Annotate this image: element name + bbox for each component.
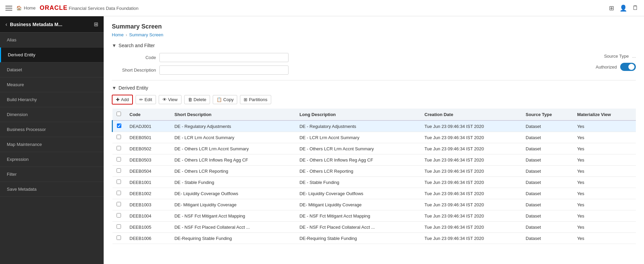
row-long-desc: DE - Others LCR Inflows Reg Agg CF bbox=[295, 154, 420, 166]
oracle-text: ORACLE bbox=[40, 4, 68, 11]
table-row: DEEB0502 DE - Others LCR Lrm Accnt Summa… bbox=[112, 143, 636, 154]
sidebar-item-dataset-label: Dataset bbox=[7, 67, 22, 72]
home-label: Home bbox=[24, 5, 36, 11]
row-creation-date: Tue Jun 23 09:46:34 IST 2020 bbox=[420, 143, 522, 154]
row-source-type: Dataset bbox=[522, 132, 573, 143]
copy-icon: 📋 bbox=[216, 97, 222, 102]
short-desc-input[interactable] bbox=[159, 65, 289, 75]
header-materialize-view: Materialize View bbox=[573, 109, 636, 120]
row-checkbox[interactable] bbox=[117, 146, 121, 150]
row-code[interactable]: DEADJ001 bbox=[125, 120, 170, 132]
add-label: Add bbox=[121, 97, 129, 102]
delete-icon: 🗑 bbox=[188, 97, 192, 102]
sidebar-item-alias-label: Alias bbox=[7, 37, 16, 42]
row-code[interactable]: DEEB0501 bbox=[125, 132, 170, 143]
authorized-label: Authorized bbox=[596, 64, 617, 70]
top-nav-right: ⊞ 👤 🗒 bbox=[609, 4, 639, 12]
edit-button[interactable]: ✏ Edit bbox=[136, 95, 156, 104]
row-code[interactable]: DEEB1006 bbox=[125, 233, 170, 244]
sidebar-item-map-maintenance[interactable]: Map Maintenance bbox=[0, 137, 104, 152]
row-materialize-view: Yes bbox=[573, 233, 636, 244]
row-checkbox[interactable] bbox=[117, 180, 121, 184]
sidebar-item-build-hierarchy-label: Build Hierarchy bbox=[7, 97, 37, 102]
row-checkbox-cell bbox=[112, 132, 126, 143]
row-checkbox[interactable] bbox=[117, 135, 121, 139]
row-checkbox-cell bbox=[112, 177, 126, 188]
code-label: Code bbox=[112, 55, 156, 60]
view-icon: 👁 bbox=[162, 97, 167, 102]
row-checkbox[interactable] bbox=[117, 191, 121, 195]
table-row: DEEB1003 DE- Mitigant Liquidity Coverage… bbox=[112, 199, 636, 210]
sidebar-back[interactable]: ‹ Business Metadata M... bbox=[5, 21, 62, 27]
row-source-type: Dataset bbox=[522, 199, 573, 210]
sidebar-grid-icon[interactable]: ⊞ bbox=[94, 21, 98, 27]
row-code[interactable]: DEEB1003 bbox=[125, 199, 170, 210]
row-materialize-view: Yes bbox=[573, 143, 636, 154]
derived-entity-header[interactable]: ▼ Derived Entity bbox=[112, 85, 636, 91]
row-checkbox-cell bbox=[112, 222, 126, 233]
hamburger-menu[interactable] bbox=[5, 6, 12, 11]
row-code[interactable]: DEEB1001 bbox=[125, 177, 170, 188]
select-all-checkbox[interactable] bbox=[117, 112, 121, 116]
row-code[interactable]: DEEB0502 bbox=[125, 143, 170, 154]
authorized-toggle[interactable] bbox=[620, 63, 636, 71]
row-checkbox[interactable] bbox=[117, 224, 121, 229]
row-creation-date: Tue Jun 23 09:46:34 IST 2020 bbox=[420, 210, 522, 222]
data-table: Code Short Description Long Description … bbox=[112, 109, 636, 244]
sidebar-item-business-processor[interactable]: Business Processor bbox=[0, 122, 104, 137]
oracle-logo: ORACLE Financial Services Data Foundatio… bbox=[40, 4, 139, 12]
sidebar-item-derived-entity[interactable]: Derived Entity bbox=[0, 48, 104, 62]
sidebar-item-measure[interactable]: Measure bbox=[0, 77, 104, 92]
user-icon[interactable]: 👤 bbox=[620, 4, 627, 12]
sidebar-item-save-metadata[interactable]: Save Metadata bbox=[0, 182, 104, 197]
sidebar-item-dimension[interactable]: Dimension bbox=[0, 107, 104, 122]
derived-entity-title: Derived Entity bbox=[119, 85, 148, 91]
edit-label: Edit bbox=[144, 97, 152, 102]
row-checkbox[interactable] bbox=[117, 157, 121, 162]
row-creation-date: Tue Jun 23 09:46:34 IST 2020 bbox=[420, 222, 522, 233]
row-checkbox[interactable] bbox=[117, 124, 121, 128]
row-checkbox[interactable] bbox=[117, 168, 121, 173]
copy-button[interactable]: 📋 Copy bbox=[213, 95, 237, 104]
search-filter-header[interactable]: ▼ Search and Filter bbox=[112, 43, 636, 48]
breadcrumb-home[interactable]: Home bbox=[112, 32, 124, 37]
info-icon[interactable]: 🗒 bbox=[632, 4, 639, 12]
row-long-desc: DE - LCR Lrm Accnt Summary bbox=[295, 132, 420, 143]
code-input[interactable] bbox=[159, 53, 289, 62]
row-source-type: Dataset bbox=[522, 188, 573, 199]
home-link[interactable]: 🏠 Home bbox=[16, 5, 36, 11]
row-checkbox-cell bbox=[112, 210, 126, 222]
sidebar-item-map-maintenance-label: Map Maintenance bbox=[7, 142, 42, 147]
row-checkbox[interactable] bbox=[117, 235, 121, 240]
row-code[interactable]: DEEB1005 bbox=[125, 222, 170, 233]
row-checkbox[interactable] bbox=[117, 213, 121, 218]
add-button[interactable]: ✚ Add bbox=[112, 95, 133, 105]
view-button[interactable]: 👁 View bbox=[159, 95, 181, 104]
delete-button[interactable]: 🗑 Delete bbox=[184, 95, 210, 104]
sidebar-item-dataset[interactable]: Dataset bbox=[0, 62, 104, 77]
grid-apps-icon[interactable]: ⊞ bbox=[609, 4, 614, 12]
row-code[interactable]: DEEB1004 bbox=[125, 210, 170, 222]
sidebar-item-alias[interactable]: Alias bbox=[0, 33, 104, 48]
top-nav-left: 🏠 Home ORACLE Financial Services Data Fo… bbox=[5, 4, 139, 12]
breadcrumb: Home › Summary Screen bbox=[112, 32, 636, 37]
sidebar-item-build-hierarchy[interactable]: Build Hierarchy bbox=[0, 92, 104, 107]
sidebar-item-filter[interactable]: Filter bbox=[0, 167, 104, 182]
partitions-button[interactable]: ⊞ Partitions bbox=[240, 95, 271, 104]
row-checkbox[interactable] bbox=[117, 202, 121, 206]
breadcrumb-current: Summary Screen bbox=[129, 32, 163, 37]
row-creation-date: Tue Jun 23 09:46:34 IST 2020 bbox=[420, 199, 522, 210]
sidebar-title: Business Metadata M... bbox=[10, 22, 62, 27]
row-materialize-view: Yes bbox=[573, 210, 636, 222]
sidebar-item-expression-label: Expression bbox=[7, 157, 29, 162]
row-code[interactable]: DEEB0503 bbox=[125, 154, 170, 166]
table-row: DEEB1006 DE-Requiring Stable Funding DE-… bbox=[112, 233, 636, 244]
row-short-desc: DE - Others LCR Inflows Reg Agg CF bbox=[170, 154, 295, 166]
row-code[interactable]: DEEB0504 bbox=[125, 166, 170, 177]
add-icon: ✚ bbox=[116, 97, 120, 102]
row-short-desc: DE - NSF Fct Placed Collateral Acct ... bbox=[170, 222, 295, 233]
sidebar: ‹ Business Metadata M... ⊞ Alias Derived… bbox=[0, 16, 104, 264]
row-code[interactable]: DEEB1002 bbox=[125, 188, 170, 199]
sidebar-item-expression[interactable]: Expression bbox=[0, 152, 104, 167]
row-short-desc: DE - Regulatory Adjustments bbox=[170, 120, 295, 132]
